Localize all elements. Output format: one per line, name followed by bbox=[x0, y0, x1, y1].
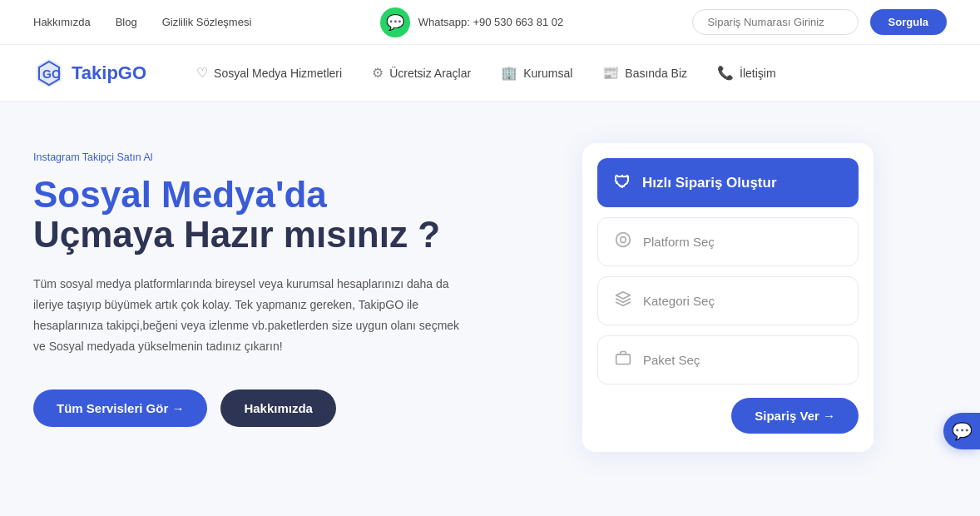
top-bar-right: Sorgula bbox=[692, 9, 947, 35]
nav-ucretsiz-araclar[interactable]: ⚙ Ücretsiz Araçlar bbox=[372, 65, 471, 81]
nav-sosyal-medya-label: Sosyal Medya Hizmetleri bbox=[214, 67, 342, 80]
whatsapp-icon: 💬 bbox=[386, 13, 404, 32]
top-bar: Hakkımızda Blog Gizlilik Sözleşmesi 💬 Wh… bbox=[0, 0, 980, 45]
order-widget-container: 🛡 Hızlı Sipariş Oluştur Platform Seç bbox=[582, 143, 874, 452]
package-icon bbox=[615, 350, 631, 370]
shield-icon: 🛡 bbox=[614, 173, 631, 192]
hero-buttons: Tüm Servisleri Gör → Hakkımızda bbox=[33, 389, 532, 427]
nav-iletisim[interactable]: 📞 İletişim bbox=[717, 65, 776, 81]
category-icon bbox=[615, 290, 631, 311]
top-bar-links: Hakkımızda Blog Gizlilik Sözleşmesi bbox=[33, 16, 251, 28]
svg-point-3 bbox=[616, 233, 631, 247]
newspaper-icon: 📰 bbox=[602, 65, 619, 81]
top-bar-blog[interactable]: Blog bbox=[116, 16, 137, 28]
platform-select[interactable]: Platform Seç bbox=[597, 217, 859, 266]
svg-rect-5 bbox=[616, 355, 631, 365]
whatsapp-circle[interactable]: 💬 bbox=[380, 7, 410, 37]
nav-iletisim-label: İletişim bbox=[740, 67, 776, 80]
whatsapp-label: Whatsapp: +90 530 663 81 02 bbox=[418, 16, 564, 28]
svg-text:GO: GO bbox=[42, 67, 61, 81]
paket-label: Paket Seç bbox=[643, 353, 700, 367]
floating-chat-button[interactable]: 💬 bbox=[943, 413, 980, 449]
package-select[interactable]: Paket Seç bbox=[597, 335, 859, 385]
hero-breadcrumb: Instagram Takipçi Satın Al bbox=[33, 151, 532, 163]
top-bar-gizlilik[interactable]: Gizlilik Sözleşmesi bbox=[162, 16, 252, 28]
nav-ucretsiz-label: Ücretsiz Araçlar bbox=[389, 67, 471, 80]
order-widget-title: Hızlı Sipariş Oluştur bbox=[642, 175, 777, 191]
svg-marker-4 bbox=[616, 292, 631, 299]
order-number-input[interactable] bbox=[692, 9, 859, 35]
logo[interactable]: GO TakipGO bbox=[33, 57, 146, 89]
order-widget-header: 🛡 Hızlı Sipariş Oluştur bbox=[597, 158, 859, 207]
all-services-button[interactable]: Tüm Servisleri Gör → bbox=[33, 389, 207, 427]
hero-left: Instagram Takipçi Satın Al Sosyal Medya'… bbox=[33, 143, 532, 427]
nav-sosyal-medya[interactable]: ♡ Sosyal Medya Hizmetleri bbox=[196, 65, 342, 81]
nav-items: ♡ Sosyal Medya Hizmetleri ⚙ Ücretsiz Ara… bbox=[196, 65, 776, 81]
about-button[interactable]: Hakkımızda bbox=[220, 389, 336, 427]
logo-text: TakipGO bbox=[72, 62, 146, 84]
logo-icon: GO bbox=[33, 57, 65, 89]
nav-kurumsal[interactable]: 🏢 Kurumsal bbox=[501, 65, 572, 81]
order-submit-row: Sipariş Ver → bbox=[597, 398, 859, 434]
tools-icon: ⚙ bbox=[372, 65, 384, 81]
nav-basinda-biz[interactable]: 📰 Basında Biz bbox=[602, 65, 687, 81]
category-label: Kategori Seç bbox=[643, 294, 715, 308]
sorgula-button[interactable]: Sorgula bbox=[870, 9, 947, 35]
nav-basinda-label: Basında Biz bbox=[625, 67, 687, 80]
hero-title-blue: Sosyal Medya'da bbox=[33, 175, 532, 215]
category-select[interactable]: Kategori Seç bbox=[597, 276, 859, 325]
main-nav: GO TakipGO ♡ Sosyal Medya Hizmetleri ⚙ Ü… bbox=[0, 45, 980, 102]
nav-kurumsal-label: Kurumsal bbox=[523, 67, 572, 80]
heart-icon: ♡ bbox=[196, 65, 208, 81]
siparis-ver-button[interactable]: Sipariş Ver → bbox=[731, 398, 859, 434]
chat-icon: 💬 bbox=[952, 421, 973, 441]
phone-icon: 📞 bbox=[717, 65, 734, 81]
hero-section: Instagram Takipçi Satın Al Sosyal Medya'… bbox=[0, 102, 980, 493]
top-bar-hakkimizda[interactable]: Hakkımızda bbox=[33, 16, 91, 28]
order-widget: 🛡 Hızlı Sipariş Oluştur Platform Seç bbox=[582, 143, 874, 452]
platform-icon bbox=[615, 231, 631, 252]
platform-label: Platform Seç bbox=[643, 235, 715, 249]
hero-description: Tüm sosyal medya platformlarında bireyse… bbox=[33, 274, 466, 358]
building-icon: 🏢 bbox=[501, 65, 517, 81]
hero-title-dark: Uçmaya Hazır mısınız ? bbox=[33, 215, 532, 255]
whatsapp-section: 💬 Whatsapp: +90 530 663 81 02 bbox=[380, 7, 564, 37]
